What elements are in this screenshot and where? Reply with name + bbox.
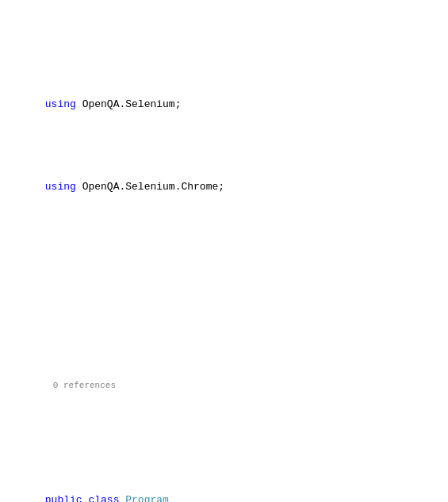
line-using1: using OpenQA.Selenium; (0, 80, 448, 129)
line-blank1 (0, 278, 448, 295)
keyword-using: using (45, 98, 76, 110)
keyword-using2: using (45, 181, 76, 193)
class-name-program: Program (125, 494, 169, 502)
line-ref1: 0 references (0, 361, 448, 410)
line-using2: using OpenQA.Selenium.Chrome; (0, 163, 448, 212)
keyword-public: public (45, 494, 82, 502)
line-class: public class Program (0, 476, 448, 502)
ref-label-1: 0 references (53, 381, 116, 390)
keyword-class: class (88, 494, 119, 502)
code-editor: using OpenQA.Selenium; using OpenQA.Sele… (0, 8, 448, 502)
